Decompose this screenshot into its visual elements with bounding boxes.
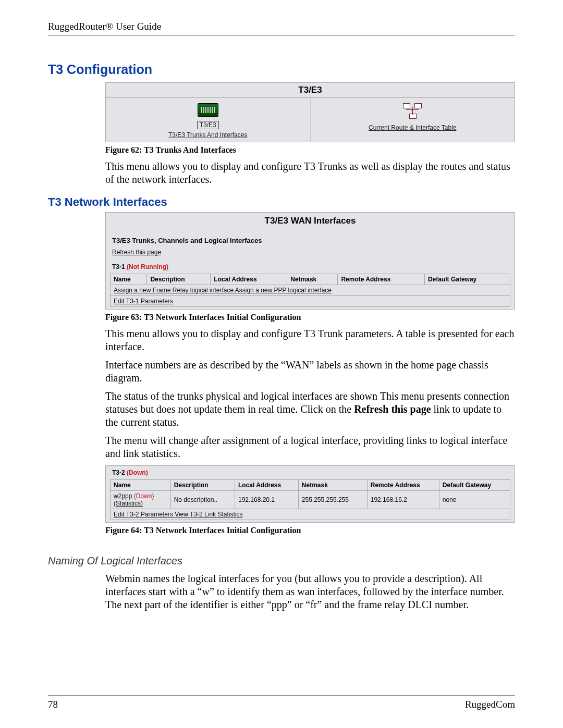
trunk-t3-1-label: T3-1 (Not Running) [106,260,515,273]
cell-remote-address: 192.168.16.2 [367,491,439,509]
trunk-status: (Not Running) [127,263,168,270]
hardware-icon [198,103,218,117]
interfaces-table-t3-1: Name Description Local Address Netmask R… [110,274,510,307]
link-assign-interfaces[interactable]: Assign a new Frame Relay logical interfa… [114,287,332,294]
heading-t3-network-interfaces: T3 Network Interfaces [48,195,515,209]
footer-brand: RuggedCom [465,699,515,710]
figure-t3-e3-title: T3/E3 [106,83,515,98]
table-row-edit-link: Edit T3-1 Parameters [111,296,510,307]
figure-t3-2-interface: T3-2 (Down) Name Description Local Addre… [105,465,515,523]
figure-64-caption: Figure 64: T3 Network Interfaces Initial… [105,526,515,535]
col-netmask: Netmask [287,274,338,285]
col-remote-address: Remote Address [367,480,439,491]
trunk-t3-2-label: T3-2 (Down) [106,466,515,478]
col-default-gateway: Default Gateway [439,480,510,491]
page-footer: 78 RuggedCom [48,695,515,710]
paragraph: The menu will change after assignment of… [105,434,515,460]
col-description: Description [170,480,235,491]
cell-description: No description.. [170,491,235,509]
bold-refresh: Refresh this page [354,403,431,415]
table-row-edit-link: Edit T3-2 Parameters View T3-2 Link Stat… [111,509,510,520]
paragraph: This menu allows you to display and conf… [105,160,515,186]
figure-62-caption: Figure 62: T3 Trunks And Interfaces [105,145,515,155]
col-default-gateway: Default Gateway [424,274,510,285]
trunk-id: T3-1 [112,263,127,270]
col-description: Description [147,274,211,285]
cell-name: w2ppp (Down) (Statistics) [111,491,171,509]
row-status: (Down) [134,492,154,500]
cell-local-address: 192.168.20.1 [235,491,298,509]
interfaces-table-t3-2: Name Description Local Address Netmask R… [110,479,510,520]
col-remote-address: Remote Address [338,274,424,285]
heading-t3-configuration: T3 Configuration [48,62,515,77]
paragraph: Interface numbers are as described by th… [105,359,515,385]
paragraph: This menu allows you to display and conf… [105,327,515,353]
col-local-address: Local Address [211,274,287,285]
figure-t3-e3-menu: T3/E3 T3/E3 T3/E3 Trunks And Interfaces … [105,82,515,142]
table-row: w2ppp (Down) (Statistics) No description… [111,491,510,509]
cell-default-gateway: none [439,491,510,509]
menu-item-t3e3-trunks[interactable]: T3/E3 T3/E3 Trunks And Interfaces [106,98,311,142]
link-route-table[interactable]: Current Route & Interface Table [315,124,511,131]
col-netmask: Netmask [298,480,367,491]
menu-item-route-table[interactable]: Current Route & Interface Table [311,98,515,142]
paragraph: The status of the trunks physical and lo… [105,390,515,429]
trunks-channels-subhead: T3/E3 Trunks, Channels and Logical Inter… [106,231,515,249]
table-header-row: Name Description Local Address Netmask R… [111,480,510,491]
figure-wan-interfaces: T3/E3 WAN Interfaces T3/E3 Trunks, Chann… [105,212,515,310]
trunk-status: (Down) [127,469,148,476]
link-edit-t3-1[interactable]: Edit T3-1 Parameters [114,298,173,305]
paragraph: Webmin names the logical interfaces for … [105,572,515,611]
link-w2ppp[interactable]: w2ppp [114,492,132,500]
figure-63-caption: Figure 63: T3 Network Interfaces Initial… [105,313,515,322]
page-header: RuggedRouter® User Guide [48,21,515,36]
link-refresh-page[interactable]: Refresh this page [106,249,515,260]
heading-naming-logical-interfaces: Naming Of Logical Interfaces [48,555,515,567]
link-edit-t3-2[interactable]: Edit T3-2 Parameters View T3-2 Link Stat… [114,511,242,518]
page-number: 78 [48,699,58,710]
col-local-address: Local Address [235,480,298,491]
table-row-assign-links: Assign a new Frame Relay logical interfa… [111,285,510,296]
cell-netmask: 255.255.255.255 [298,491,367,509]
wan-interfaces-title: T3/E3 WAN Interfaces [106,213,515,231]
trunk-id: T3-2 [112,469,127,476]
col-name: Name [111,274,147,285]
col-name: Name [111,480,171,491]
link-trunks-interfaces[interactable]: T3/E3 Trunks And Interfaces [110,131,306,139]
route-table-icon [402,103,423,119]
hardware-icon-label: T3/E3 [197,121,219,129]
link-statistics[interactable]: (Statistics) [114,500,143,507]
table-header-row: Name Description Local Address Netmask R… [111,274,510,285]
